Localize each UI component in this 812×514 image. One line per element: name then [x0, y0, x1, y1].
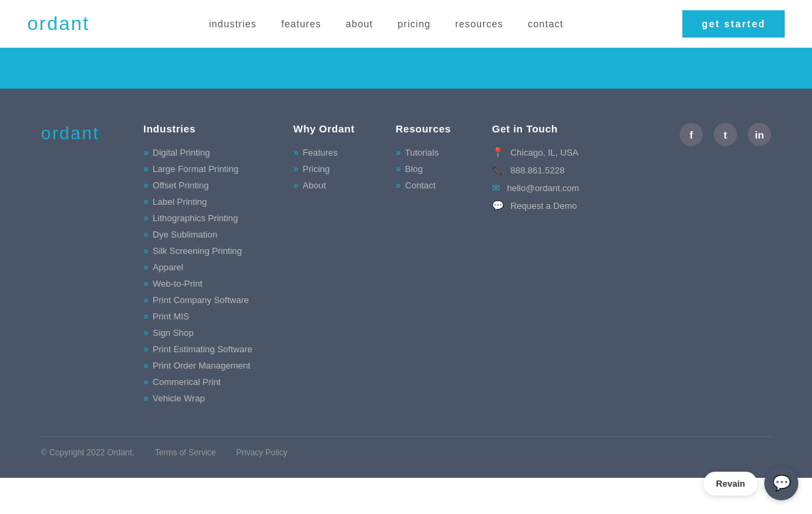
link-silk-screening[interactable]: Silk Screening Printing: [153, 246, 242, 256]
touch-demo: 💬 Request a Demo: [492, 200, 579, 211]
address-text: Chicago, IL, USA: [510, 147, 579, 158]
industries-heading: Industries: [143, 123, 252, 134]
link-label-printing[interactable]: Label Printing: [153, 197, 207, 207]
link-blog[interactable]: Blog: [405, 164, 423, 174]
link-print-company-software[interactable]: Print Company Software: [153, 295, 249, 305]
link-contact[interactable]: Contact: [405, 180, 436, 190]
nav-logo: ordant: [27, 13, 89, 35]
copyright-text: © Copyright 2022 Ordant.: [41, 448, 134, 457]
link-print-mis[interactable]: Print MIS: [153, 311, 189, 322]
chat-label: Revain: [704, 472, 757, 479]
resources-list: Tutorials Blog Contact: [396, 147, 451, 190]
touch-phone: 📞 888.861.5228: [492, 165, 579, 175]
link-digital-printing[interactable]: Digital Printing: [153, 147, 210, 158]
link-print-estimating[interactable]: Print Estimating Software: [153, 344, 252, 354]
footer-header-row: ordant Industries Digital Printing Large…: [41, 123, 771, 409]
get-started-button[interactable]: get started: [682, 10, 785, 38]
nav-about[interactable]: about: [346, 18, 373, 29]
nav-resources[interactable]: resources: [455, 18, 503, 29]
demo-icon: 💬: [492, 200, 504, 211]
link-print-order[interactable]: Print Order Management: [153, 360, 250, 371]
link-commercial-print[interactable]: Commerical Print: [153, 377, 221, 387]
footer-touch-col: Get in Touch 📍 Chicago, IL, USA 📞 888.86…: [492, 123, 579, 409]
nav-contact[interactable]: contact: [527, 18, 563, 29]
email-link[interactable]: hello@ordant.com: [507, 183, 579, 193]
resources-heading: Resources: [396, 123, 451, 134]
linkedin-icon[interactable]: in: [748, 123, 771, 146]
email-icon: ✉: [492, 182, 500, 193]
touch-heading: Get in Touch: [492, 123, 579, 134]
chat-button[interactable]: 💬: [764, 466, 798, 478]
phone-link[interactable]: 888.861.5228: [510, 165, 565, 175]
footer-resources-col: Resources Tutorials Blog Contact: [396, 123, 451, 409]
link-about[interactable]: About: [303, 180, 326, 190]
footer-bottom: © Copyright 2022 Ordant. Terms of Servic…: [41, 436, 771, 457]
footer: ordant Industries Digital Printing Large…: [0, 89, 812, 478]
link-tutorials[interactable]: Tutorials: [405, 147, 439, 158]
nav-pricing[interactable]: pricing: [398, 18, 431, 29]
facebook-icon[interactable]: f: [680, 123, 703, 146]
touch-email: ✉ hello@ordant.com: [492, 182, 579, 193]
link-features[interactable]: Features: [303, 147, 338, 158]
link-pricing[interactable]: Pricing: [303, 164, 330, 174]
footer-logo: ordant: [41, 123, 143, 144]
nav-links: industries features about pricing resour…: [209, 18, 563, 30]
link-offset-printing[interactable]: Offset Printing: [153, 180, 209, 190]
link-lithographics[interactable]: Lithographics Printing: [153, 213, 238, 223]
twitter-icon[interactable]: t: [714, 123, 737, 146]
footer-cols: Industries Digital Printing Large Format…: [143, 123, 680, 409]
link-sign-shop[interactable]: Sign Shop: [153, 328, 194, 338]
blue-banner: [0, 48, 812, 89]
industries-list: Digital Printing Large Format Printing O…: [143, 147, 252, 403]
nav-features[interactable]: features: [281, 18, 321, 29]
chat-widget: Revain 💬: [704, 466, 798, 478]
social-icons: f t in: [680, 123, 771, 146]
chat-icon: 💬: [772, 474, 791, 478]
privacy-link[interactable]: Privacy Policy: [236, 448, 287, 457]
link-dye-sublimation[interactable]: Dye Sublimation: [153, 229, 218, 240]
link-web-to-print[interactable]: Web-to-Print: [153, 279, 203, 289]
link-vehicle-wrap[interactable]: Vehicle Wrap: [153, 393, 205, 403]
why-ordant-heading: Why Ordant: [293, 123, 355, 134]
demo-link[interactable]: Request a Demo: [510, 201, 577, 211]
phone-icon: 📞: [492, 165, 504, 175]
touch-address: 📍 Chicago, IL, USA: [492, 147, 579, 158]
navigation: ordant industries features about pricing…: [0, 0, 812, 48]
location-icon: 📍: [492, 147, 504, 158]
terms-link[interactable]: Terms of Service: [155, 448, 216, 457]
why-ordant-list: Features Pricing About: [293, 147, 355, 190]
link-large-format[interactable]: Large Format Printing: [153, 164, 239, 174]
nav-industries[interactable]: industries: [209, 18, 257, 29]
link-apparel[interactable]: Apparel: [153, 262, 184, 272]
footer-why-ordant-col: Why Ordant Features Pricing About: [293, 123, 355, 409]
footer-industries-col: Industries Digital Printing Large Format…: [143, 123, 252, 409]
